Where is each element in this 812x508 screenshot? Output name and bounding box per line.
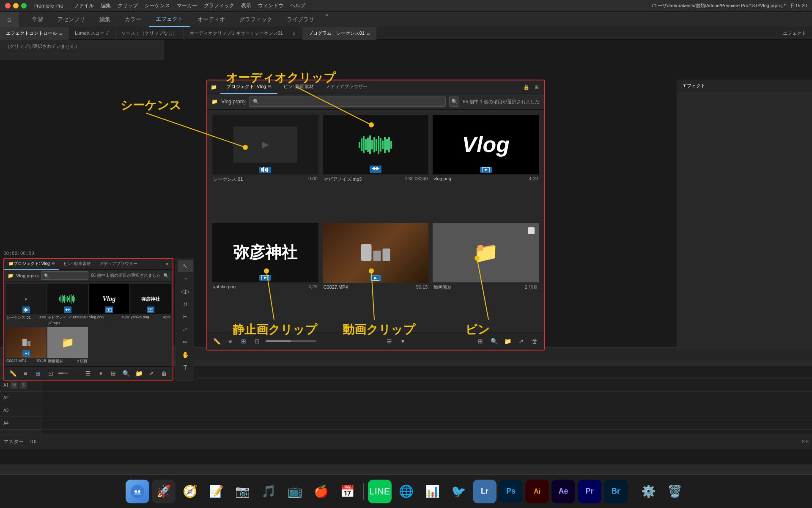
dock-tv[interactable]: 📺 (283, 480, 307, 503)
dock-photos[interactable]: 📷 (230, 480, 254, 503)
dock-photoshop[interactable]: Ps (499, 480, 523, 503)
proj-large-tab-media[interactable]: メディアブラウザー (320, 80, 373, 94)
zoom-slider-large[interactable] (266, 340, 316, 342)
proj-small-search[interactable]: 🔍 (41, 271, 88, 280)
add-item-small-btn[interactable]: ✏️ (8, 368, 18, 378)
a1-solo[interactable]: S (19, 381, 27, 389)
tab-color[interactable]: カラー (118, 12, 148, 27)
tab-graphics[interactable]: グラフィック (233, 12, 279, 27)
list-item[interactable]: ▶ シーケンス 01 0:00 (211, 113, 320, 221)
tab-libraries[interactable]: ライブラリ (280, 12, 321, 27)
dock-twitter[interactable]: 🐦 (447, 480, 470, 503)
a1-toggle[interactable]: M (10, 381, 18, 389)
list-item[interactable]: Vlog vlog.png 4;29 (431, 113, 540, 221)
freeform-large[interactable]: ⊡ (252, 336, 262, 346)
select-tool[interactable]: ↖ (178, 260, 193, 272)
search-bottom-large[interactable]: 🔍 (489, 336, 499, 346)
dock-lightroom[interactable]: Lr (473, 480, 497, 503)
proj-search-bar[interactable]: 🔍 (249, 97, 446, 107)
razor-tool[interactable]: ✂ (178, 311, 193, 323)
close-button[interactable] (5, 3, 11, 8)
proj-grid-icon[interactable]: ⊞ (535, 84, 539, 90)
delete-bottom-large[interactable]: 🗑 (529, 336, 540, 346)
proj-large-tab-bin[interactable]: ビン: 動画素材 (277, 80, 320, 94)
list-item[interactable]: 📁 動画素材 2 項目 (431, 221, 540, 329)
proj-small-tab-project[interactable]: 📁 プロジェクト: Vlog ☰ (4, 259, 59, 270)
dock-safari[interactable]: 🧭 (178, 480, 202, 503)
rate-tool[interactable]: ≀≀ (178, 298, 193, 310)
dock-calendar[interactable]: 📅 (335, 480, 359, 503)
search-button[interactable]: 🔍 (449, 97, 459, 107)
slip-tool[interactable]: ⇌ (178, 323, 193, 335)
list-item[interactable]: 弥彦神社 yahiko.png 4;29 (211, 221, 320, 329)
text-tool[interactable]: T (178, 362, 193, 373)
tab-lumetri-scope[interactable]: Lumetriスコープ (69, 27, 115, 40)
proj-small-tab-bin[interactable]: ビン: 動画素材 (59, 259, 96, 270)
arrow-down-small-btn[interactable]: ▾ (96, 368, 106, 378)
sort-small-btn[interactable]: ☰ (83, 368, 93, 378)
dock-line[interactable]: LINE (368, 480, 392, 503)
tab-audio[interactable]: オーディオ (191, 12, 232, 27)
dock-notes[interactable]: 📝 (204, 480, 228, 503)
dock-numbers[interactable]: 📊 (420, 480, 444, 503)
freeform-small-btn[interactable]: ⊡ (46, 368, 56, 378)
expand-panels-button[interactable]: » (289, 30, 299, 36)
tab-program[interactable]: プログラム：シーケンス01 ☰ (302, 27, 376, 40)
move-small-btn[interactable]: ↗ (146, 368, 156, 378)
menu-graphic[interactable]: グラフィック (204, 2, 234, 9)
proj-small-tab-media[interactable]: メディアブラウザー (95, 259, 142, 270)
hand-tool[interactable]: ✋ (178, 349, 193, 361)
proj-tab-menu-icon[interactable]: ☰ (268, 84, 272, 89)
folder-back-icon[interactable]: 📁 (207, 84, 220, 90)
menu-marker[interactable]: マーカー (177, 2, 197, 9)
list-view-large[interactable]: ≡ (225, 336, 235, 346)
grid-small-btn[interactable]: ⊞ (108, 368, 118, 378)
proj-small-search-input[interactable] (49, 273, 85, 278)
arrow-btn-large[interactable]: ▾ (398, 336, 408, 346)
icon-view-large[interactable]: ⊞ (239, 336, 249, 346)
tab-effect-panel[interactable]: エフェクト (777, 27, 812, 40)
menu-clip[interactable]: クリップ (118, 2, 138, 9)
delete-small-btn[interactable]: 🗑 (159, 368, 169, 378)
dock-chrome[interactable]: 🌐 (394, 480, 418, 503)
list-view-small-btn[interactable]: ≡ (20, 368, 30, 378)
dock-launchpad[interactable]: 🚀 (152, 480, 176, 503)
list-item[interactable]: セビアノイズ.mp3 2:30:03240 (321, 113, 431, 221)
dock-music[interactable]: 🎵 (257, 480, 280, 503)
dock-finder[interactable] (126, 480, 149, 503)
list-item[interactable]: ▶ シーケンス 01 0:00 (6, 284, 47, 326)
tab-effect-controls[interactable]: エフェクトコントロール ☰ (0, 27, 69, 40)
proj-small-close[interactable]: ✕ (162, 261, 173, 267)
search-small-bottom-btn[interactable]: 🔍 (121, 368, 131, 378)
ripple-tool[interactable]: ◁▷ (178, 285, 193, 297)
menu-edit[interactable]: 編集 (101, 2, 111, 9)
program-menu-icon[interactable]: ☰ (366, 31, 370, 36)
menu-sequence[interactable]: シーケンス (145, 2, 170, 9)
menu-window[interactable]: ウィンドウ (258, 2, 283, 9)
list-item[interactable]: C0027.MP4 50;15 (321, 221, 431, 329)
folder-small-btn[interactable]: 📁 (134, 368, 144, 378)
proj-small-search-btn[interactable]: 🔍 (163, 273, 169, 279)
list-item[interactable]: Vlog vlog.png 4;29 (89, 284, 129, 326)
tab-assembly[interactable]: アセンブリ (51, 12, 92, 27)
list-item[interactable]: 弥彦神社 yahiko.png 4;29 (130, 284, 171, 326)
list-item[interactable]: C0027.MP4 50;15 (6, 327, 47, 364)
maximize-button[interactable] (21, 3, 27, 8)
dock-misc[interactable]: ⚙️ (636, 480, 660, 503)
dock-bridge[interactable]: Br (604, 480, 628, 503)
track-select-tool[interactable]: → (178, 273, 193, 284)
dock-premiere[interactable]: Pr (578, 480, 601, 503)
dock-illustrator[interactable]: Ai (525, 480, 549, 503)
dock-after-effects[interactable]: Ae (551, 480, 575, 503)
proj-small-menu[interactable]: ☰ (52, 262, 55, 266)
proj-large-tab-project[interactable]: プロジェクト: Vlog ☰ (220, 80, 277, 94)
home-button[interactable]: ⌂ (0, 12, 19, 27)
list-item[interactable]: セビアノイズ.mp3 2:30:03240 (47, 284, 88, 326)
tab-edit[interactable]: 編集 (93, 12, 117, 27)
tab-learn[interactable]: 学習 (25, 12, 50, 27)
list-item[interactable]: 📁 動画素材 2 項目 (47, 327, 88, 364)
tab-effects[interactable]: エフェクト (149, 12, 190, 27)
add-btn-large[interactable]: ✏️ (211, 336, 222, 346)
menu-help[interactable]: ヘルプ (290, 2, 305, 9)
icon-view-small-btn[interactable]: ⊞ (33, 368, 43, 378)
